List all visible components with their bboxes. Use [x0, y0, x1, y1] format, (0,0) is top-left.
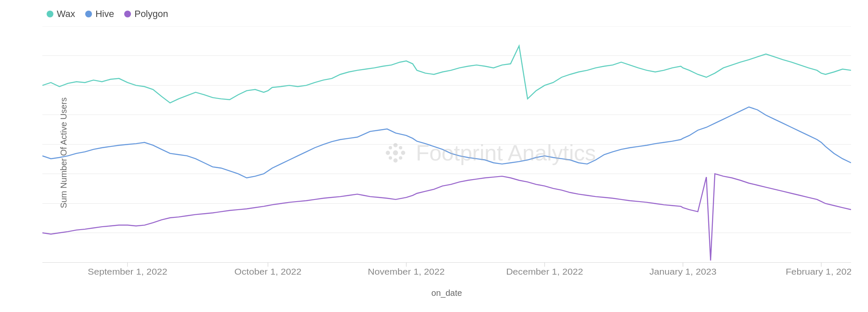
svg-text:November 1, 2022: November 1, 2022 — [368, 267, 445, 277]
svg-text:January 1, 2023: January 1, 2023 — [649, 267, 716, 277]
legend-label-hive: Hive — [95, 8, 114, 20]
legend-item-polygon: Polygon — [124, 8, 168, 20]
legend-dot-hive — [85, 11, 92, 17]
legend-dot-wax — [47, 11, 53, 17]
y-axis-label: Sum Number Of Active Users — [59, 97, 69, 208]
hive-line — [42, 107, 851, 178]
polygon-line — [42, 174, 851, 260]
legend-label-polygon: Polygon — [134, 8, 168, 20]
legend-item-hive: Hive — [85, 8, 114, 20]
wax-line — [42, 46, 851, 103]
chart-legend: Wax Hive Polygon — [42, 8, 851, 20]
legend-dot-polygon — [124, 11, 131, 17]
legend-label-wax: Wax — [57, 8, 75, 20]
svg-text:February 1, 2023: February 1, 2023 — [786, 267, 851, 277]
svg-text:September 1, 2022: September 1, 2022 — [88, 267, 167, 277]
svg-text:October 1, 2022: October 1, 2022 — [234, 267, 301, 277]
chart-area: Sum Number Of Active Users on_date Footp… — [42, 26, 851, 279]
main-chart-svg: 0 50,000 100,000 150,000 200,000 250,000… — [42, 26, 851, 279]
svg-text:December 1, 2022: December 1, 2022 — [506, 267, 583, 277]
x-axis-label: on_date — [431, 288, 462, 298]
legend-item-wax: Wax — [47, 8, 75, 20]
chart-container: Wax Hive Polygon Sum Number Of Active Us… — [0, 0, 868, 312]
